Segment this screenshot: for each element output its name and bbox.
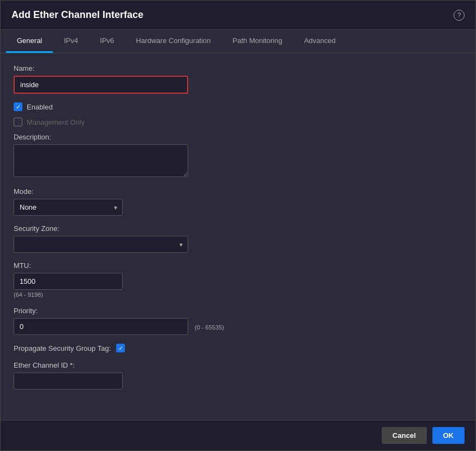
mtu-label: MTU: (14, 261, 462, 270)
description-input[interactable] (14, 144, 188, 177)
tab-ipv6[interactable]: IPv6 (89, 30, 125, 53)
management-only-label: Management Only (27, 118, 85, 126)
mode-group: Mode: None Passive Active ▼ (14, 187, 462, 216)
tab-general[interactable]: General (6, 30, 53, 53)
mode-select-wrapper: None Passive Active ▼ (14, 199, 123, 216)
dialog-title: Add Ether Channel Interface (11, 9, 143, 21)
security-zone-select-wrapper: ▼ (14, 236, 188, 253)
priority-hint: (0 - 65535) (195, 324, 224, 331)
tab-bar: General IPv4 IPv6 Hardware Configuration… (1, 30, 475, 53)
enabled-checkbox[interactable]: ✓ (14, 102, 22, 111)
tab-ipv4[interactable]: IPv4 (53, 30, 89, 53)
propagate-checkbox[interactable]: ✓ (116, 344, 125, 352)
cancel-button[interactable]: Cancel (382, 427, 427, 444)
ok-button[interactable]: OK (432, 427, 465, 444)
ether-channel-id-group: Ether Channel ID *: (14, 361, 462, 389)
description-label: Description: (14, 133, 462, 141)
name-input[interactable] (14, 76, 188, 94)
priority-row: (0 - 65535) (14, 318, 462, 335)
ether-channel-id-label: Ether Channel ID *: (14, 361, 462, 369)
mtu-group: MTU: (64 - 9198) (14, 261, 462, 298)
help-icon[interactable]: ? (454, 10, 465, 21)
tab-advanced[interactable]: Advanced (293, 30, 347, 53)
name-label: Name: (14, 64, 462, 72)
dialog-footer: Cancel OK (1, 420, 475, 450)
enabled-checkmark: ✓ (16, 103, 21, 111)
mode-select[interactable]: None Passive Active (14, 199, 123, 216)
name-group: Name: (14, 64, 462, 94)
add-ether-channel-dialog: Add Ether Channel Interface ? General IP… (0, 0, 476, 451)
tab-hardware-configuration[interactable]: Hardware Configuration (125, 30, 221, 53)
priority-label: Priority: (14, 307, 462, 315)
dialog-body: Name: ✓ Enabled Management Only Descript… (1, 53, 475, 420)
propagate-label: Propagate Security Group Tag: (14, 344, 111, 352)
propagate-group: Propagate Security Group Tag: ✓ (14, 344, 462, 352)
mtu-input[interactable] (14, 273, 123, 290)
propagate-checkmark: ✓ (118, 345, 123, 352)
ether-channel-id-input[interactable] (14, 373, 123, 389)
priority-group: Priority: (0 - 65535) (14, 307, 462, 335)
security-zone-label: Security Zone: (14, 224, 462, 233)
mode-label: Mode: (14, 187, 462, 196)
priority-input[interactable] (14, 318, 188, 335)
security-zone-select[interactable] (14, 236, 188, 253)
management-only-checkbox[interactable] (14, 118, 22, 126)
mtu-hint: (64 - 9198) (14, 291, 462, 298)
description-group: Description: (14, 133, 462, 179)
dialog-header: Add Ether Channel Interface ? (1, 1, 475, 30)
security-zone-group: Security Zone: ▼ (14, 224, 462, 253)
tab-path-monitoring[interactable]: Path Monitoring (222, 30, 293, 53)
enabled-label: Enabled (27, 103, 53, 111)
management-only-group: Management Only (14, 118, 462, 126)
enabled-group: ✓ Enabled (14, 102, 462, 111)
